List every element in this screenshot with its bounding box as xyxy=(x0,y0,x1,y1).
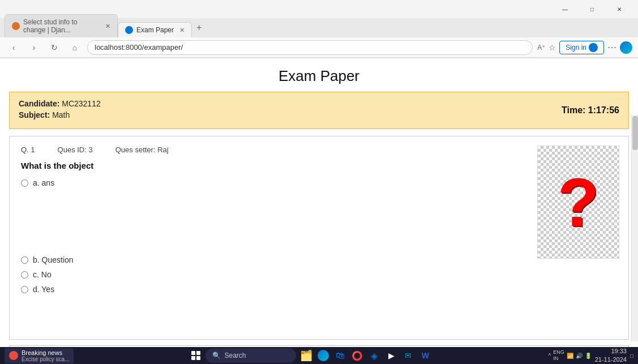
taskbar-center: 🔍 Search 🗂️ 🛍 ⭕ ◈ ▶ ✉ xyxy=(189,348,433,363)
question-1-header: Q. 1 Ques ID: 3 Ques setter: Raj xyxy=(21,145,617,154)
question-mark-icon: ? xyxy=(558,168,599,236)
taskbar-app-explorer[interactable]: 🗂️ xyxy=(298,348,314,363)
taskbar-search[interactable]: 🔍 Search xyxy=(205,348,296,363)
page-content: Exam Paper Candidate: MC232112 Subject: … xyxy=(0,58,638,348)
sign-in-button[interactable]: Sign in xyxy=(559,41,604,54)
time-label: Time: xyxy=(562,105,585,115)
new-tab-button[interactable]: + xyxy=(192,19,206,36)
window-controls: — □ ✕ xyxy=(552,1,632,18)
subject-line: Subject: Math xyxy=(19,110,101,119)
battery-icon[interactable]: 🔋 xyxy=(585,353,592,359)
taskbar-left: Breaking news Excise policy sca... xyxy=(5,348,74,363)
tab-bar: Select stud info to change | Djan... ✕ E… xyxy=(0,18,638,37)
taskbar-news[interactable]: Breaking news Excise policy sca... xyxy=(5,348,74,363)
option-label-1-b: b. Question xyxy=(33,255,74,264)
store-icon: 🛍 xyxy=(336,350,345,361)
scrollbar-thumb[interactable] xyxy=(632,116,638,150)
tab-favicon-1 xyxy=(12,22,20,30)
taskbar: Breaking news Excise policy sca... 🔍 Sea… xyxy=(0,347,638,364)
taskbar-app-vscode[interactable]: ◈ xyxy=(366,348,382,363)
news-headline: Breaking news xyxy=(22,349,69,356)
lang-display: ENGIN xyxy=(553,349,564,362)
back-button[interactable]: ‹ xyxy=(6,40,22,55)
favorites-icon[interactable]: ☆ xyxy=(549,43,556,52)
mail-icon: ✉ xyxy=(405,351,412,360)
edge-icon xyxy=(620,41,632,54)
taskbar-apps: 🗂️ 🛍 ⭕ ◈ ▶ ✉ W xyxy=(298,348,433,363)
taskbar-app-chrome[interactable]: ⭕ xyxy=(349,348,365,363)
candidate-info-banner: Candidate: MC232112 Subject: Math Time: … xyxy=(9,92,629,129)
page-title: Exam Paper xyxy=(0,58,638,92)
address-input[interactable] xyxy=(87,40,533,55)
taskbar-app-terminal[interactable]: ▶ xyxy=(383,348,399,363)
news-icon xyxy=(9,351,18,360)
win-quad-2 xyxy=(196,351,200,355)
start-button[interactable] xyxy=(189,348,203,363)
candidate-left: Candidate: MC232112 Subject: Math xyxy=(19,99,101,122)
radio-1-c[interactable] xyxy=(21,271,28,279)
close-button[interactable]: ✕ xyxy=(606,1,632,18)
option-label-1-c: c. No xyxy=(33,270,52,279)
win-quad-4 xyxy=(196,356,200,360)
tab-close-2[interactable]: ✕ xyxy=(179,27,185,34)
candidate-value: MC232112 xyxy=(62,99,101,108)
option-1-d: d. Yes xyxy=(21,285,617,294)
read-aloud-icon: A⁺ xyxy=(537,44,545,52)
taskbar-right: ^ ENGIN 📶 🔊 🔋 19:33 21-11-2024 □ xyxy=(548,347,633,364)
clock-date: 21-11-2024 xyxy=(595,356,627,364)
question-1-id: Ques ID: 3 xyxy=(58,145,93,154)
win-quad-3 xyxy=(191,356,195,360)
time-display: Time: 1:17:56 xyxy=(562,105,619,115)
chevron-up-icon[interactable]: ^ xyxy=(548,353,551,359)
minimize-button[interactable]: — xyxy=(552,1,578,18)
maximize-button[interactable]: □ xyxy=(579,1,605,18)
question-1: Q. 1 Ques ID: 3 Ques setter: Raj What is… xyxy=(9,136,629,340)
question-1-image: ? xyxy=(537,145,619,259)
refresh-button[interactable]: ↻ xyxy=(46,40,62,55)
radio-1-d[interactable] xyxy=(21,286,28,293)
question-1-number: Q. 1 xyxy=(21,145,35,154)
news-text-block: Breaking news Excise policy sca... xyxy=(22,349,69,362)
radio-1-a[interactable] xyxy=(21,179,28,187)
option-1-c: c. No xyxy=(21,270,617,279)
taskbar-app-edge[interactable] xyxy=(315,348,331,363)
question-1-setter: Ques setter: Raj xyxy=(115,145,169,154)
taskbar-app-word[interactable]: W xyxy=(417,348,433,363)
windows-icon xyxy=(191,351,200,360)
scrollbar[interactable] xyxy=(631,115,638,341)
search-label: Search xyxy=(224,352,246,359)
edge-taskbar-icon xyxy=(318,350,329,361)
radio-1-b[interactable] xyxy=(21,256,28,264)
forward-button[interactable]: › xyxy=(26,40,42,55)
candidate-label: Candidate: xyxy=(19,99,59,108)
subject-label: Subject: xyxy=(19,110,50,119)
address-right: A⁺ ☆ Sign in ⋯ xyxy=(537,41,632,54)
option-label-1-a: a. ans xyxy=(33,178,54,187)
option-label-1-d: d. Yes xyxy=(33,285,54,294)
home-button[interactable]: ⌂ xyxy=(67,40,83,55)
tab-select-stud[interactable]: Select stud info to change | Djan... ✕ xyxy=(5,14,118,37)
vscode-icon: ◈ xyxy=(371,350,378,361)
wifi-icon[interactable]: 📶 xyxy=(567,353,573,359)
tab-label-1: Select stud info to change | Djan... xyxy=(23,18,100,34)
option-1-b: b. Question xyxy=(21,255,617,264)
tab-label-2: Exam Paper xyxy=(136,26,174,34)
more-options-icon[interactable]: ⋯ xyxy=(607,42,616,53)
clock-time: 19:33 xyxy=(595,347,627,356)
volume-icon[interactable]: 🔊 xyxy=(576,353,583,359)
taskbar-app-store[interactable]: 🛍 xyxy=(332,348,348,363)
system-icons: ^ ENGIN 📶 🔊 🔋 xyxy=(548,349,591,362)
candidate-line: Candidate: MC232112 xyxy=(19,99,101,108)
tab-close-1[interactable]: ✕ xyxy=(105,23,110,30)
terminal-icon: ▶ xyxy=(388,351,395,360)
system-clock[interactable]: 19:33 21-11-2024 xyxy=(595,347,627,364)
question-1-text: What is the object xyxy=(21,161,617,170)
option-1-a: a. ans xyxy=(21,178,617,187)
subject-value: Math xyxy=(52,110,70,119)
word-icon: W xyxy=(422,351,429,360)
tab-exam-paper[interactable]: Exam Paper ✕ xyxy=(118,22,192,37)
win-quad-1 xyxy=(191,351,195,355)
notification-icon[interactable]: □ xyxy=(630,353,633,359)
news-sub: Excise policy sca... xyxy=(22,356,69,362)
taskbar-app-mail[interactable]: ✉ xyxy=(400,348,416,363)
